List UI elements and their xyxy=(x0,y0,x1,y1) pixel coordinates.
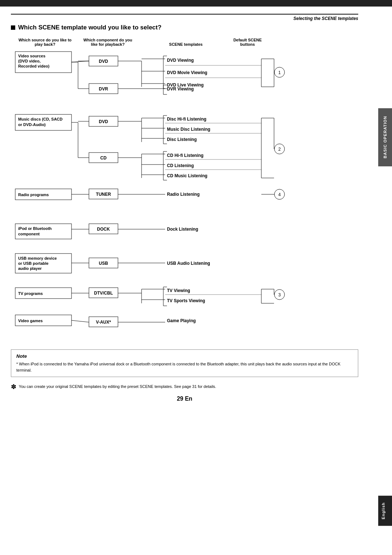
page-number: 29 En xyxy=(11,396,358,402)
svg-text:audio player: audio player xyxy=(18,266,42,271)
svg-text:Game Playing: Game Playing xyxy=(167,318,196,323)
svg-text:1: 1 xyxy=(278,70,281,75)
diagram-svg: Video sources (DVD video, Recorded video… xyxy=(15,48,341,346)
svg-text:component: component xyxy=(18,232,40,236)
svg-text:DVR Viewing: DVR Viewing xyxy=(167,86,194,92)
svg-text:or DVD-Audio): or DVD-Audio) xyxy=(18,122,46,127)
col-header-source: Which source do you like to play back? xyxy=(15,38,75,46)
note-text: * When iPod is connected to the Yamaha i… xyxy=(16,361,353,373)
svg-text:iPod or Bluetooth: iPod or Bluetooth xyxy=(18,226,52,231)
svg-text:DVD: DVD xyxy=(99,59,108,64)
svg-text:USB memory device: USB memory device xyxy=(18,256,57,260)
svg-text:USB Audio Listening: USB Audio Listening xyxy=(167,261,210,266)
svg-text:Dock Listening: Dock Listening xyxy=(167,227,198,232)
svg-text:2: 2 xyxy=(278,147,281,152)
svg-text:Disc Hi-fi Listening: Disc Hi-fi Listening xyxy=(167,117,207,122)
section-header: Selecting the SCENE templates xyxy=(11,14,358,21)
column-headers: Which source do you like to play back? W… xyxy=(15,38,341,46)
svg-text:V-AUX*: V-AUX* xyxy=(96,320,111,325)
svg-text:3: 3 xyxy=(278,292,281,297)
tip-content: You can create your original SCENE templ… xyxy=(19,384,216,389)
svg-text:DOCK: DOCK xyxy=(97,227,110,232)
sidebar-english: English xyxy=(378,496,392,526)
tip-icon: ✽ xyxy=(11,383,16,390)
note-title: Note xyxy=(16,353,353,359)
svg-text:Radio programs: Radio programs xyxy=(18,193,49,197)
svg-text:CD Hi-fi Listening: CD Hi-fi Listening xyxy=(167,153,204,158)
svg-text:(DVD video,: (DVD video, xyxy=(18,59,41,63)
title-text: Which SCENE template would you like to s… xyxy=(18,24,162,31)
diagram: Which source do you like to play back? W… xyxy=(15,38,341,346)
main-content: Selecting the SCENE templates Which SCEN… xyxy=(0,7,378,417)
title-icon xyxy=(11,25,15,30)
svg-line-82 xyxy=(72,320,89,322)
note-section: Note * When iPod is connected to the Yam… xyxy=(11,349,358,377)
svg-text:Video sources: Video sources xyxy=(18,54,45,58)
right-sidebar: BASIC OPERATION xyxy=(378,7,392,166)
svg-text:Recorded video): Recorded video) xyxy=(18,64,50,68)
svg-text:TUNER: TUNER xyxy=(96,192,111,197)
svg-text:DVD Viewing: DVD Viewing xyxy=(167,58,194,63)
svg-text:CD Music Listening: CD Music Listening xyxy=(167,173,207,178)
col-header-default: Default SCENE buttons xyxy=(229,38,266,46)
svg-text:Music Disc Listening: Music Disc Listening xyxy=(167,127,210,132)
svg-text:TV Sports Viewing: TV Sports Viewing xyxy=(167,298,205,303)
tip-text: ✽ You can create your original SCENE tem… xyxy=(11,382,358,392)
page-title: Which SCENE template would you like to s… xyxy=(11,24,358,31)
svg-text:CD: CD xyxy=(100,155,107,161)
sidebar-basic-operation: BASIC OPERATION xyxy=(378,108,392,166)
svg-text:USB: USB xyxy=(99,261,108,266)
top-bar xyxy=(0,0,392,7)
svg-text:CD Listening: CD Listening xyxy=(167,163,194,168)
svg-text:DTV/CBL: DTV/CBL xyxy=(94,291,113,296)
svg-text:DVR: DVR xyxy=(99,86,108,92)
svg-text:Music discs (CD, SACD: Music discs (CD, SACD xyxy=(18,117,62,121)
svg-text:TV programs: TV programs xyxy=(18,291,43,296)
svg-text:Disc Listening: Disc Listening xyxy=(167,137,197,142)
svg-text:4: 4 xyxy=(278,192,281,197)
page-container: BASIC OPERATION English Selecting the SC… xyxy=(0,0,392,555)
svg-text:TV Viewing: TV Viewing xyxy=(167,288,190,293)
svg-text:DVD: DVD xyxy=(99,119,108,124)
col-header-component: Which component do you like for playback… xyxy=(81,38,135,46)
col-header-scene: SCENE templates xyxy=(150,42,222,46)
svg-text:Radio Listening: Radio Listening xyxy=(167,192,200,197)
svg-text:DVD Movie Viewing: DVD Movie Viewing xyxy=(167,70,207,75)
svg-text:or USB portable: or USB portable xyxy=(18,261,49,266)
svg-text:Video games: Video games xyxy=(18,319,43,323)
